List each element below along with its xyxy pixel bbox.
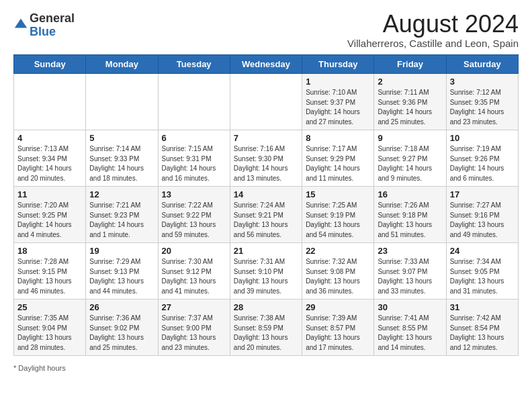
svg-marker-0 [15, 19, 27, 28]
day-number: 6 [162, 133, 226, 143]
day-cell: 2Sunrise: 7:11 AM Sunset: 9:36 PM Daylig… [374, 74, 446, 130]
day-number: 17 [450, 189, 515, 199]
day-info: Sunrise: 7:33 AM Sunset: 9:07 PM Dayligh… [378, 257, 442, 296]
logo: General Blue [13, 12, 75, 39]
day-info: Sunrise: 7:37 AM Sunset: 9:00 PM Dayligh… [162, 314, 226, 353]
daylight-hours-label: Daylight hours [18, 364, 65, 372]
day-cell: 26Sunrise: 7:36 AM Sunset: 9:02 PM Dayli… [86, 300, 158, 356]
day-info: Sunrise: 7:26 AM Sunset: 9:18 PM Dayligh… [378, 201, 442, 240]
day-info: Sunrise: 7:12 AM Sunset: 9:35 PM Dayligh… [450, 88, 515, 127]
logo-blue-text: Blue [30, 26, 75, 39]
day-number: 31 [450, 302, 515, 312]
day-cell: 17Sunrise: 7:27 AM Sunset: 9:16 PM Dayli… [446, 187, 518, 243]
day-info: Sunrise: 7:29 AM Sunset: 9:13 PM Dayligh… [89, 257, 154, 296]
calendar-container: SundayMondayTuesdayWednesdayThursdayFrid… [7, 52, 525, 361]
day-info: Sunrise: 7:42 AM Sunset: 8:54 PM Dayligh… [450, 314, 515, 353]
day-cell: 10Sunrise: 7:19 AM Sunset: 9:26 PM Dayli… [446, 130, 518, 187]
day-cell: 13Sunrise: 7:22 AM Sunset: 9:22 PM Dayli… [158, 187, 230, 243]
day-info: Sunrise: 7:27 AM Sunset: 9:16 PM Dayligh… [450, 201, 515, 240]
day-info: Sunrise: 7:39 AM Sunset: 8:57 PM Dayligh… [306, 314, 370, 353]
header: General Blue August 2024 Villaherreros, … [7, 7, 525, 52]
day-cell: 14Sunrise: 7:24 AM Sunset: 9:21 PM Dayli… [230, 187, 302, 243]
logo-general-text: General [30, 12, 75, 26]
day-number: 10 [450, 133, 515, 143]
day-number: 2 [378, 77, 442, 87]
day-cell: 21Sunrise: 7:31 AM Sunset: 9:10 PM Dayli… [230, 243, 302, 300]
day-number: 27 [162, 302, 226, 312]
day-cell: 19Sunrise: 7:29 AM Sunset: 9:13 PM Dayli… [86, 243, 158, 300]
day-cell: 7Sunrise: 7:16 AM Sunset: 9:30 PM Daylig… [230, 130, 302, 187]
day-cell: 8Sunrise: 7:17 AM Sunset: 9:29 PM Daylig… [302, 130, 374, 187]
day-info: Sunrise: 7:18 AM Sunset: 9:27 PM Dayligh… [378, 144, 442, 183]
day-cell: 3Sunrise: 7:12 AM Sunset: 9:35 PM Daylig… [446, 74, 518, 130]
day-cell: 12Sunrise: 7:21 AM Sunset: 9:23 PM Dayli… [86, 187, 158, 243]
weekday-header-tuesday: Tuesday [158, 55, 230, 74]
day-cell: 22Sunrise: 7:32 AM Sunset: 9:08 PM Dayli… [302, 243, 374, 300]
day-cell: 28Sunrise: 7:38 AM Sunset: 8:59 PM Dayli… [230, 300, 302, 356]
day-number: 7 [234, 133, 298, 143]
day-cell: 30Sunrise: 7:41 AM Sunset: 8:55 PM Dayli… [374, 300, 446, 356]
title-area: August 2024 Villaherreros, Castille and … [347, 12, 519, 49]
day-number: 26 [89, 302, 154, 312]
day-number: 18 [17, 246, 82, 256]
day-number: 1 [306, 77, 370, 87]
day-info: Sunrise: 7:13 AM Sunset: 9:34 PM Dayligh… [17, 144, 82, 183]
day-info: Sunrise: 7:10 AM Sunset: 9:37 PM Dayligh… [306, 88, 370, 127]
week-row-1: 1Sunrise: 7:10 AM Sunset: 9:37 PM Daylig… [14, 74, 519, 130]
day-number: 11 [17, 189, 82, 199]
week-row-5: 25Sunrise: 7:35 AM Sunset: 9:04 PM Dayli… [14, 300, 519, 356]
day-cell: 31Sunrise: 7:42 AM Sunset: 8:54 PM Dayli… [446, 300, 518, 356]
day-number: 21 [234, 246, 298, 256]
day-info: Sunrise: 7:16 AM Sunset: 9:30 PM Dayligh… [234, 144, 298, 183]
day-cell: 1Sunrise: 7:10 AM Sunset: 9:37 PM Daylig… [302, 74, 374, 130]
day-cell: 15Sunrise: 7:25 AM Sunset: 9:19 PM Dayli… [302, 187, 374, 243]
day-cell [158, 74, 230, 130]
day-cell: 20Sunrise: 7:30 AM Sunset: 9:12 PM Dayli… [158, 243, 230, 300]
day-cell: 18Sunrise: 7:28 AM Sunset: 9:15 PM Dayli… [14, 243, 86, 300]
day-cell: 27Sunrise: 7:37 AM Sunset: 9:00 PM Dayli… [158, 300, 230, 356]
weekday-header-row: SundayMondayTuesdayWednesdayThursdayFrid… [14, 55, 519, 74]
day-number: 24 [450, 246, 515, 256]
day-number: 19 [89, 246, 154, 256]
day-number: 20 [162, 246, 226, 256]
day-number: 9 [378, 133, 442, 143]
footer-note: * Daylight hours [7, 361, 525, 375]
month-year: August 2024 [347, 12, 519, 36]
day-cell [230, 74, 302, 130]
day-number: 23 [378, 246, 442, 256]
day-number: 13 [162, 189, 226, 199]
day-info: Sunrise: 7:32 AM Sunset: 9:08 PM Dayligh… [306, 257, 370, 296]
day-info: Sunrise: 7:19 AM Sunset: 9:26 PM Dayligh… [450, 144, 515, 183]
day-number: 8 [306, 133, 370, 143]
week-row-4: 18Sunrise: 7:28 AM Sunset: 9:15 PM Dayli… [14, 243, 519, 300]
day-info: Sunrise: 7:25 AM Sunset: 9:19 PM Dayligh… [306, 201, 370, 240]
day-number: 3 [450, 77, 515, 87]
day-info: Sunrise: 7:11 AM Sunset: 9:36 PM Dayligh… [378, 88, 442, 127]
weekday-header-saturday: Saturday [446, 55, 518, 74]
day-number: 16 [378, 189, 442, 199]
day-info: Sunrise: 7:15 AM Sunset: 9:31 PM Dayligh… [162, 144, 226, 183]
day-number: 5 [89, 133, 154, 143]
day-info: Sunrise: 7:21 AM Sunset: 9:23 PM Dayligh… [89, 201, 154, 240]
week-row-2: 4Sunrise: 7:13 AM Sunset: 9:34 PM Daylig… [14, 130, 519, 187]
day-cell: 6Sunrise: 7:15 AM Sunset: 9:31 PM Daylig… [158, 130, 230, 187]
day-info: Sunrise: 7:22 AM Sunset: 9:22 PM Dayligh… [162, 201, 226, 240]
day-cell: 4Sunrise: 7:13 AM Sunset: 9:34 PM Daylig… [14, 130, 86, 187]
day-cell: 5Sunrise: 7:14 AM Sunset: 9:33 PM Daylig… [86, 130, 158, 187]
day-info: Sunrise: 7:41 AM Sunset: 8:55 PM Dayligh… [378, 314, 442, 353]
day-number: 22 [306, 246, 370, 256]
day-cell [86, 74, 158, 130]
day-cell: 16Sunrise: 7:26 AM Sunset: 9:18 PM Dayli… [374, 187, 446, 243]
day-info: Sunrise: 7:38 AM Sunset: 8:59 PM Dayligh… [234, 314, 298, 353]
day-number: 15 [306, 189, 370, 199]
day-number: 14 [234, 189, 298, 199]
location: Villaherreros, Castille and Leon, Spain [347, 38, 519, 49]
day-info: Sunrise: 7:36 AM Sunset: 9:02 PM Dayligh… [89, 314, 154, 353]
week-row-3: 11Sunrise: 7:20 AM Sunset: 9:25 PM Dayli… [14, 187, 519, 243]
day-number: 4 [17, 133, 82, 143]
day-info: Sunrise: 7:30 AM Sunset: 9:12 PM Dayligh… [162, 257, 226, 296]
weekday-header-friday: Friday [374, 55, 446, 74]
weekday-header-sunday: Sunday [14, 55, 86, 74]
day-number: 25 [17, 302, 82, 312]
weekday-header-thursday: Thursday [302, 55, 374, 74]
